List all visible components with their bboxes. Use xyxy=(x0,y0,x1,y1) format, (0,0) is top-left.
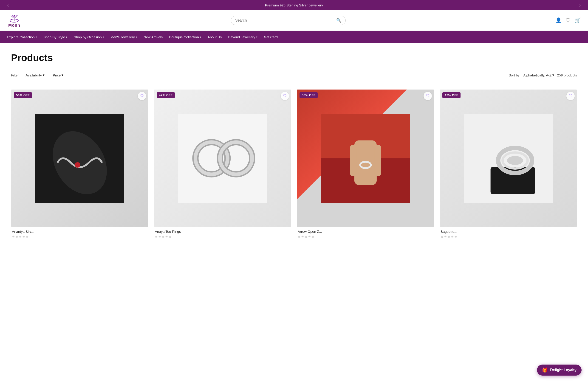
discount-badge: 47% OFF xyxy=(442,92,461,98)
nav-label: Beyond Jewellery xyxy=(228,35,255,39)
wishlist-button[interactable]: ♡ xyxy=(566,18,570,23)
star-rating: ★★★★★ xyxy=(12,235,147,239)
nav-item-explore-collection[interactable]: Explore Collection▾ xyxy=(4,31,40,43)
heart-icon: ♡ xyxy=(569,93,572,99)
nav-label: Gift Card xyxy=(264,35,278,39)
sort-button[interactable]: Alphabetically, A-Z ▾ xyxy=(523,73,554,77)
search-input[interactable] xyxy=(235,18,336,22)
star-icon: ★ xyxy=(19,235,22,239)
nav-item-men's-jewellery[interactable]: Men's Jewellery▾ xyxy=(107,31,140,43)
nav-chevron-icon: ▾ xyxy=(66,36,67,39)
star-icon: ★ xyxy=(158,235,161,239)
svg-point-20 xyxy=(507,156,523,165)
nav-label: Men's Jewellery xyxy=(110,35,135,39)
product-wishlist-button[interactable]: ♡ xyxy=(281,92,289,100)
product-image-wrapper: 47% OFF ♡ xyxy=(154,90,291,227)
svg-point-4 xyxy=(75,162,80,167)
star-icon: ★ xyxy=(168,235,171,239)
nav-item-beyond-jewellery[interactable]: Beyond Jewellery▾ xyxy=(225,31,261,43)
product-image-wrapper: 47% OFF ♡ xyxy=(440,90,577,227)
svg-rect-12 xyxy=(354,140,377,185)
sort-by-label: Sort by: xyxy=(508,73,521,77)
star-icon: ★ xyxy=(454,235,457,239)
product-image-wrapper: 50% OFF ♡ xyxy=(297,90,434,227)
availability-filter-button[interactable]: Availability ▾ xyxy=(23,72,47,79)
nav-chevron-icon: ▾ xyxy=(136,36,137,39)
discount-badge: 47% OFF xyxy=(157,92,175,98)
header-icons: 👤 ♡ 🛒 xyxy=(555,18,581,23)
nav-item-new-arrivals[interactable]: New Arrivals xyxy=(140,31,166,43)
product-card[interactable]: 47% OFF ♡ Baguette... ★★★★★ xyxy=(440,90,577,240)
logo-text: Mohh xyxy=(8,23,20,28)
announcement-next-button[interactable]: › xyxy=(577,2,583,8)
cart-button[interactable]: 🛒 xyxy=(574,18,581,23)
price-filter-button[interactable]: Price ▾ xyxy=(51,72,66,79)
star-rating: ★★★★★ xyxy=(298,235,433,239)
nav-item-gift-card[interactable]: Gift Card xyxy=(261,31,281,43)
star-icon: ★ xyxy=(155,235,158,239)
nav-label: Shop by Occasion xyxy=(74,35,102,39)
price-label: Price xyxy=(53,73,61,77)
nav-chevron-icon: ▾ xyxy=(103,36,104,39)
announcement-prev-button[interactable]: ‹ xyxy=(5,2,11,8)
nav-label: Shop By Style xyxy=(43,35,65,39)
availability-chevron-icon: ▾ xyxy=(43,73,44,77)
star-icon: ★ xyxy=(308,235,311,239)
logo[interactable]: Mohh xyxy=(7,13,21,28)
nav-chevron-icon: ▾ xyxy=(200,36,201,39)
star-icon: ★ xyxy=(165,235,168,239)
product-info: Baguette... ★★★★★ xyxy=(440,227,577,240)
account-button[interactable]: 👤 xyxy=(555,18,562,23)
product-name: Anaya Toe Rings xyxy=(155,230,290,233)
sort-area: Sort by: Alphabetically, A-Z ▾ 259 produ… xyxy=(508,73,577,77)
star-icon: ★ xyxy=(305,235,308,239)
svg-point-1 xyxy=(14,15,15,16)
nav-bar: Explore Collection▾Shop By Style▾Shop by… xyxy=(0,31,588,43)
product-name: Baguette... xyxy=(441,230,576,233)
star-rating: ★★★★★ xyxy=(155,235,290,239)
nav-item-shop-by-occasion[interactable]: Shop by Occasion▾ xyxy=(70,31,107,43)
products-section: Products Filter: Availability ▾ Price ▾ … xyxy=(0,43,588,253)
product-wishlist-button[interactable]: ♡ xyxy=(423,92,432,100)
product-info: Anaya Toe Rings ★★★★★ xyxy=(154,227,291,240)
product-wishlist-button[interactable]: ♡ xyxy=(567,92,575,100)
heart-icon: ♡ xyxy=(426,93,430,99)
product-card[interactable]: 50% OFF ♡ Arrow Open Z... ★★★★★ xyxy=(297,90,434,240)
star-icon: ★ xyxy=(26,235,29,239)
product-card[interactable]: 50% OFF ♡ Anantya Silv... ★★★★★ xyxy=(11,90,148,240)
product-name: Arrow Open Z... xyxy=(298,230,433,233)
star-icon: ★ xyxy=(22,235,25,239)
availability-label: Availability xyxy=(26,73,42,77)
star-icon: ★ xyxy=(312,235,315,239)
product-count: 259 products xyxy=(557,73,577,77)
svg-rect-14 xyxy=(374,145,381,176)
nav-chevron-icon: ▾ xyxy=(36,36,37,39)
product-grid: 50% OFF ♡ Anantya Silv... ★★★★★ 47% OFF … xyxy=(11,90,577,240)
filter-left: Filter: Availability ▾ Price ▾ xyxy=(11,72,66,79)
nav-chevron-icon: ▾ xyxy=(256,36,257,39)
star-icon: ★ xyxy=(451,235,454,239)
nav-items-container: Explore Collection▾Shop By Style▾Shop by… xyxy=(4,31,584,43)
nav-item-about-us[interactable]: About Us xyxy=(204,31,225,43)
discount-badge: 50% OFF xyxy=(14,92,32,98)
nav-item-boutique-collection[interactable]: Boutique Collection▾ xyxy=(166,31,204,43)
product-card[interactable]: 47% OFF ♡ Anaya Toe Rings ★★★★★ xyxy=(154,90,291,240)
star-icon: ★ xyxy=(301,235,304,239)
star-icon: ★ xyxy=(298,235,301,239)
nav-label: Boutique Collection xyxy=(169,35,199,39)
sort-chevron-icon: ▾ xyxy=(552,73,554,77)
star-icon: ★ xyxy=(15,235,18,239)
search-submit-button[interactable]: 🔍 xyxy=(336,18,341,23)
cart-icon: 🛒 xyxy=(574,18,581,23)
announcement-text: Premium 925 Sterling Silver Jewellery xyxy=(265,3,323,7)
account-icon: 👤 xyxy=(555,18,562,23)
filter-bar: Filter: Availability ▾ Price ▾ Sort by: … xyxy=(11,72,577,82)
announcement-bar: ‹ Premium 925 Sterling Silver Jewellery … xyxy=(0,0,588,10)
product-name: Anantya Silv... xyxy=(12,230,147,233)
nav-item-shop-by-style[interactable]: Shop By Style▾ xyxy=(40,31,70,43)
svg-rect-13 xyxy=(350,145,357,176)
star-rating: ★★★★★ xyxy=(441,235,576,239)
product-wishlist-button[interactable]: ♡ xyxy=(138,92,146,100)
heart-icon: ♡ xyxy=(283,93,287,99)
star-icon: ★ xyxy=(12,235,15,239)
